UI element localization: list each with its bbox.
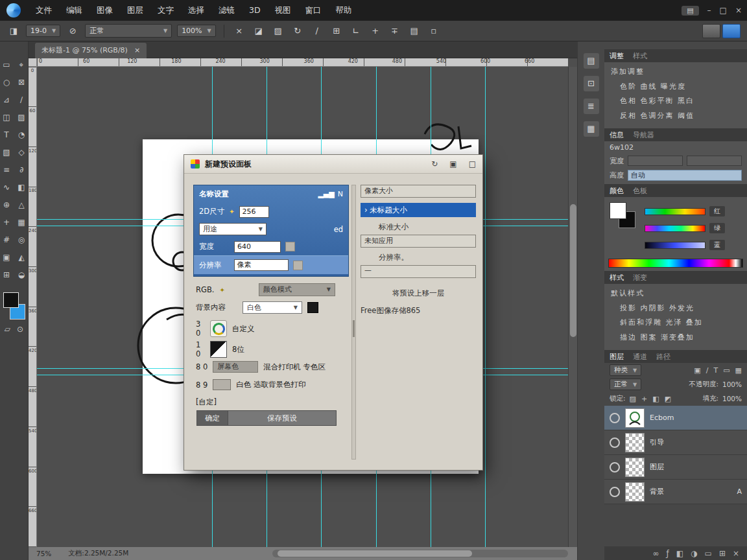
- workspace-gray-chip[interactable]: [702, 24, 720, 38]
- layer-thumbnail[interactable]: [625, 458, 645, 477]
- new-layer-icon[interactable]: ⊞: [719, 549, 726, 558]
- layer-mask-icon[interactable]: ◧: [676, 549, 683, 558]
- layer-name[interactable]: 引导: [650, 438, 742, 447]
- menu-help[interactable]: 帮助: [329, 0, 359, 21]
- dialog-preview-icon[interactable]: ▣: [449, 159, 456, 169]
- filter-smart-icon[interactable]: ▦: [735, 366, 742, 375]
- tool-shape[interactable]: △: [16, 197, 27, 215]
- tool-quick-mask[interactable]: ◒: [16, 267, 27, 285]
- menu-filter[interactable]: 滤镜: [211, 0, 242, 21]
- preset-field-2[interactable]: 未知应用: [361, 235, 476, 248]
- tool-hand[interactable]: ▣: [1, 250, 12, 267]
- layer-thumbnail[interactable]: [625, 482, 645, 502]
- preset-field-3[interactable]: 一: [361, 265, 476, 278]
- lock-all-icon[interactable]: ◩: [665, 395, 671, 403]
- tool-brush[interactable]: ▧: [1, 145, 12, 162]
- styles-line[interactable]: 投影 内阴影 外发光: [611, 301, 741, 316]
- green-slider[interactable]: [645, 225, 706, 232]
- options-icon-10[interactable]: ▫: [427, 26, 441, 36]
- tool-zoom[interactable]: ◎: [16, 232, 27, 250]
- tool-eyedropper[interactable]: ◫: [1, 110, 12, 127]
- layer-filter-dropdown[interactable]: 种类 ▼: [610, 364, 641, 376]
- menu-3d[interactable]: 3D: [242, 0, 268, 21]
- flow-icon[interactable]: ⊘: [65, 26, 80, 36]
- ruler-vertical[interactable]: 0 60 120 180 240 300 360 420 480 540 600…: [29, 67, 37, 547]
- color-spectrum-ramp[interactable]: [608, 259, 743, 268]
- ruler-horizontal[interactable]: 0 60 120 180 240 300 360 420 480 540 600…: [37, 58, 568, 67]
- background-swatch[interactable]: [213, 379, 231, 390]
- zoom-level[interactable]: 75%: [36, 550, 51, 557]
- foreground-color-swatch[interactable]: [3, 292, 19, 308]
- dialog-divider-scrollbar[interactable]: [351, 185, 356, 460]
- visibility-eye-icon[interactable]: [610, 438, 620, 448]
- tab-swatches[interactable]: 色板: [633, 186, 647, 196]
- layer-name[interactable]: 背景: [650, 487, 731, 496]
- info-selected-input[interactable]: 自动: [628, 170, 742, 181]
- opacity-dropdown[interactable]: 100% ▼: [177, 25, 216, 37]
- tab-adjustments[interactable]: 调整: [610, 51, 624, 61]
- tool-magic-wand[interactable]: ⊠: [16, 75, 27, 92]
- width-input[interactable]: 640: [234, 241, 281, 253]
- new-preset-dialog[interactable]: 新建预设面板 ↻ ▣ □ 名称设置 ▂▄▆ N 2D尺寸 ✦ 256 用途 ▼: [184, 154, 483, 471]
- screen-mode-button[interactable]: ⊙: [17, 325, 23, 334]
- adjustments-line[interactable]: 反相 色调分离 阈值: [611, 109, 741, 124]
- menu-image[interactable]: 图像: [89, 0, 120, 21]
- tool-path-select[interactable]: +: [1, 215, 12, 232]
- tool-clone-stamp[interactable]: ◔: [16, 127, 27, 145]
- collapsed-panel-icon-1[interactable]: ⊡: [584, 76, 599, 91]
- tool-type[interactable]: T: [1, 127, 12, 145]
- unit-swatch[interactable]: [293, 261, 303, 270]
- menu-edit[interactable]: 编辑: [59, 0, 89, 21]
- options-icon-0[interactable]: ×: [232, 26, 246, 36]
- tab-styles[interactable]: 样式: [633, 51, 647, 61]
- filter-shape-icon[interactable]: ▭: [723, 366, 729, 375]
- collapsed-panel-icon-2[interactable]: ≣: [584, 99, 599, 114]
- options-icon-2[interactable]: ▨: [271, 26, 285, 36]
- tab-channels[interactable]: 通道: [633, 352, 647, 362]
- resolution-input[interactable]: 像素: [234, 259, 289, 271]
- delete-layer-icon[interactable]: ×: [733, 549, 739, 558]
- tool-rotate-view[interactable]: ◭: [16, 250, 27, 267]
- menu-type[interactable]: 文字: [150, 0, 181, 21]
- layer-name[interactable]: Ecbom: [650, 414, 742, 422]
- collapsed-panel-icon-0[interactable]: ▤: [584, 53, 599, 69]
- layer-thumbnail[interactable]: [625, 433, 645, 452]
- layer-row[interactable]: 引导: [604, 430, 747, 455]
- tool-dodge[interactable]: ◧: [16, 180, 27, 197]
- guide-vertical[interactable]: [485, 67, 486, 547]
- horizontal-scrollbar[interactable]: [272, 550, 568, 557]
- info-field[interactable]: [687, 156, 742, 166]
- menu-select[interactable]: 选择: [181, 0, 211, 21]
- dialog-refresh-icon[interactable]: ↻: [431, 159, 438, 169]
- collapsed-panel-icon-3[interactable]: ▦: [584, 121, 599, 137]
- preset-selected-item[interactable]: › 未标题大小: [361, 203, 476, 217]
- menu-file[interactable]: 文件: [29, 0, 59, 21]
- visibility-eye-icon[interactable]: [610, 413, 620, 423]
- filter-type-icon[interactable]: T: [713, 366, 718, 375]
- vertical-scrollbar[interactable]: [568, 67, 577, 547]
- layer-row-selected[interactable]: Ecbom: [604, 406, 747, 430]
- options-icon-7[interactable]: +: [368, 26, 383, 36]
- layer-group-icon[interactable]: ▭: [705, 549, 712, 558]
- filter-effects-icon[interactable]: ∕: [706, 366, 709, 375]
- workspace-switcher-icon[interactable]: ▤: [682, 6, 698, 16]
- color-mode-dropdown[interactable]: 颜色模式 ▼: [259, 283, 335, 296]
- usage-dropdown[interactable]: 用途 ▼: [199, 223, 267, 235]
- preset-size-field[interactable]: 像素大小: [361, 185, 476, 198]
- save-preset-button[interactable]: 确定 保存预设: [196, 410, 337, 426]
- quick-mask-button[interactable]: ▱: [5, 325, 10, 334]
- red-slider[interactable]: [645, 208, 706, 215]
- options-icon-8[interactable]: ∓: [388, 26, 402, 36]
- menu-view[interactable]: 视图: [268, 0, 298, 21]
- layer-thumbnail[interactable]: [625, 408, 645, 428]
- foreground-color-swatch[interactable]: [610, 202, 626, 219]
- tab-gradients[interactable]: 渐变: [633, 273, 647, 283]
- tool-screen-mode[interactable]: ⊞: [1, 267, 12, 285]
- lock-transparency-icon[interactable]: ▨: [630, 395, 636, 403]
- tool-preset-dropdown[interactable]: 19-0 ▼: [26, 25, 60, 37]
- adjustments-line[interactable]: 色相 色彩平衡 黑白: [611, 94, 741, 109]
- blend-mode-dropdown[interactable]: 正常 ▼: [610, 379, 641, 390]
- dialog-window-icon[interactable]: □: [469, 159, 476, 169]
- screen-field[interactable]: 屏幕色: [213, 361, 258, 373]
- tool-eraser[interactable]: ◇: [16, 145, 27, 162]
